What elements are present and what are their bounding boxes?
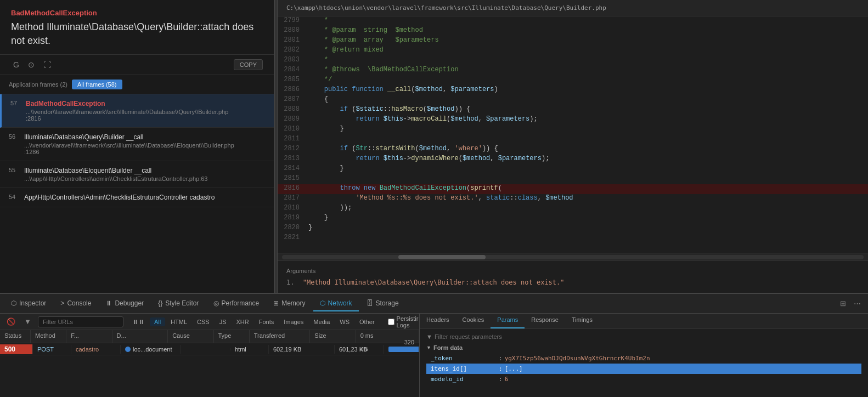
tab-memory-label: Memory xyxy=(281,299,305,307)
devtools-panel: ⬡ Inspector > Console ⏸ Debugger {} Styl… xyxy=(0,293,868,397)
filter-pause-btn[interactable]: ⏸⏸ xyxy=(128,317,149,326)
horizontal-scrollbar[interactable] xyxy=(278,253,868,260)
frame-item-56[interactable]: 56 Illuminate\Database\Query\Builder __c… xyxy=(0,128,274,161)
code-line-2808: 2808 if ($static::hasMacro($method)) { xyxy=(278,105,868,115)
tab-style-editor-label: Style Editor xyxy=(165,299,199,307)
filter-fonts-btn[interactable]: Fonts xyxy=(255,317,279,326)
filter-js-btn[interactable]: JS xyxy=(215,317,231,326)
right-panel: C:\xampp\htdocs\union\vendor\laravel\fra… xyxy=(278,0,868,293)
filter-other-btn[interactable]: Other xyxy=(355,317,379,326)
share-icon[interactable]: ⛶ xyxy=(41,59,53,70)
scroll-track xyxy=(282,255,864,259)
frame-title-55: Illuminate\Database\Eloquent\Builder __c… xyxy=(24,167,265,174)
detail-tab-params[interactable]: Params xyxy=(491,314,525,328)
docs-icon[interactable]: ⊙ xyxy=(26,59,37,70)
tab-storage[interactable]: 🗄 Storage xyxy=(360,296,405,311)
cell-method: POST xyxy=(33,345,71,354)
tab-memory[interactable]: ⊞ Memory xyxy=(267,296,312,311)
debugger-icon: ⏸ xyxy=(105,299,112,307)
param-row-modelo[interactable]: modelo_id : 6 xyxy=(426,374,861,384)
code-area: 2799 * 2800 * @param string $method 2801… xyxy=(278,16,868,253)
network-row-1[interactable]: 500 POST cadastro loc...document html 60… xyxy=(0,343,419,355)
detail-tab-timings[interactable]: Timings xyxy=(565,314,599,328)
code-line-2816: 2816 throw new BadMethodCallException(sp… xyxy=(278,184,868,194)
code-line-2821: 2821 xyxy=(278,234,868,243)
filter-html-btn[interactable]: HTML xyxy=(166,317,191,326)
cell-timeline xyxy=(384,345,419,353)
filter-params-bar: ▼ xyxy=(426,333,861,340)
cell-transferred: 602,19 KB xyxy=(269,345,335,354)
frame-item-55[interactable]: 55 Illuminate\Database\Eloquent\Builder … xyxy=(0,161,274,188)
code-line-2807: 2807 { xyxy=(278,95,868,105)
tab-storage-label: Storage xyxy=(376,299,399,307)
param-key-modelo: modelo_id xyxy=(431,376,497,383)
domain-text: loc...document xyxy=(133,346,172,353)
cell-type: html xyxy=(230,345,269,354)
form-data-title: Form data xyxy=(426,344,861,351)
detail-tab-headers[interactable]: Headers xyxy=(420,314,456,328)
tab-style-editor[interactable]: {} Style Editor xyxy=(151,296,205,311)
copy-button[interactable]: COPY xyxy=(234,59,263,70)
all-frames-button[interactable]: All frames (58) xyxy=(72,80,122,89)
error-type: BadMethodCallException xyxy=(11,9,263,17)
google-icon[interactable]: G xyxy=(11,59,21,70)
code-line-2805: 2805 */ xyxy=(278,76,868,86)
filter-all-btn[interactable]: All xyxy=(150,317,165,326)
filter-css-btn[interactable]: CSS xyxy=(193,317,214,326)
col-domain[interactable]: D... xyxy=(112,330,168,343)
tab-performance[interactable]: ◎ Performance xyxy=(207,296,266,311)
filter-params-input[interactable] xyxy=(435,333,861,340)
code-line-2817: 2817 'Method %s::%s does not exist.', st… xyxy=(278,194,868,204)
col-status[interactable]: Status xyxy=(0,330,31,343)
code-line-2799: 2799 * xyxy=(278,16,868,26)
storage-icon: 🗄 xyxy=(367,299,373,307)
param-val-modelo: 6 xyxy=(505,376,509,383)
col-timeline[interactable]: 0 ms 320 ms xyxy=(356,330,419,343)
param-row-token[interactable]: _token : ygX7I5zp56wahDJQdDsunWVgXtGhrnc… xyxy=(426,353,861,364)
file-path: C:\xampp\htdocs\union\vendor\laravel\fra… xyxy=(278,0,868,16)
code-line-2814: 2814 } xyxy=(278,165,868,174)
more-tools-icon[interactable]: ⋯ xyxy=(851,298,864,309)
persist-logs-checkbox[interactable]: Persistir Logs xyxy=(388,315,419,328)
frame-item-54[interactable]: 54 App\Http\Controllers\Admin\ChecklistE… xyxy=(0,188,274,207)
filter-xhr-btn[interactable]: XHR xyxy=(232,317,253,326)
filter-media-btn[interactable]: Media xyxy=(309,317,334,326)
frame-path-56: ...\\vendor\\laravel\\framework\\src\\Il… xyxy=(24,142,265,149)
filter-ws-btn[interactable]: WS xyxy=(335,317,354,326)
responsive-icon[interactable]: ⊞ xyxy=(837,298,849,309)
col-type[interactable]: Type xyxy=(214,330,250,343)
col-size[interactable]: Size xyxy=(310,330,356,343)
cell-cause xyxy=(181,348,230,350)
frame-title-57: BadMethodCallException xyxy=(26,100,265,107)
code-line-2818: 2818 )); xyxy=(278,204,868,214)
filter-urls-input[interactable] xyxy=(38,316,123,327)
tab-console[interactable]: > Console xyxy=(54,296,98,311)
argument-item-1: 1. "Method Illuminate\Database\Query\Bui… xyxy=(286,279,859,286)
col-transferred[interactable]: Transferred xyxy=(250,330,311,343)
arguments-title: Arguments xyxy=(286,268,859,274)
detail-tab-cookies[interactable]: Cookies xyxy=(456,314,491,328)
detail-tab-response[interactable]: Response xyxy=(525,314,565,328)
scroll-thumb xyxy=(398,255,486,259)
param-colon-itens: : xyxy=(499,365,503,372)
frame-item-57[interactable]: 57 BadMethodCallException ...\\vendor\\l… xyxy=(0,94,274,128)
param-row-itens[interactable]: itens_id[] : [...] xyxy=(426,364,861,374)
col-file[interactable]: F... xyxy=(66,330,112,343)
error-header: BadMethodCallException Method Illuminate… xyxy=(0,0,274,55)
filter-types: ⏸⏸ All HTML CSS JS XHR Fonts Images Medi… xyxy=(128,317,379,326)
code-line-2813: 2813 return $this->dynamicWhere($method,… xyxy=(278,155,868,165)
tab-inspector[interactable]: ⬡ Inspector xyxy=(4,296,53,311)
frame-path-57: ...\\vendor\\laravel\\framework\\src\\Il… xyxy=(26,109,265,115)
detail-tabs: Headers Cookies Params Response Timings xyxy=(420,314,868,329)
clear-button[interactable]: 🚫 xyxy=(4,316,18,327)
col-method[interactable]: Method xyxy=(31,330,66,343)
filter-icon[interactable]: ▼ xyxy=(22,316,33,327)
left-panel: BadMethodCallException Method Illuminate… xyxy=(0,0,274,293)
param-colon-token: : xyxy=(499,355,503,362)
tab-debugger[interactable]: ⏸ Debugger xyxy=(99,296,150,311)
filter-images-btn[interactable]: Images xyxy=(279,317,308,326)
col-cause[interactable]: Cause xyxy=(168,330,213,343)
param-val-token: ygX7I5zp56wahDJQdDsunWVgXtGhrncrK4UbIm2n xyxy=(505,355,650,362)
code-line-2806: 2806 public function __call($method, $pa… xyxy=(278,86,868,95)
tab-network[interactable]: ⬡ Network xyxy=(313,296,359,311)
